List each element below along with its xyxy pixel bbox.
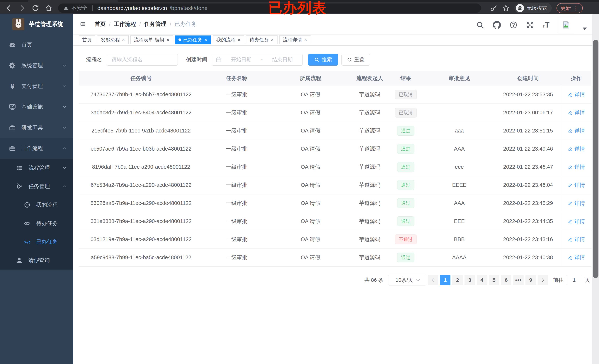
detail-link[interactable]: 详情 [568, 127, 585, 134]
tab[interactable]: 发起流程 × [97, 36, 129, 44]
page-button[interactable]: 9 [526, 275, 536, 285]
goto-label: 前往 [553, 277, 564, 284]
sidebar-item-devtools[interactable]: 研发工具 [0, 117, 73, 138]
sidebar-item-done-tasks[interactable]: 已办任务 [0, 233, 73, 251]
edit-icon [568, 237, 573, 242]
breadcrumb-item-current: 已办任务 [175, 20, 197, 28]
font-size-icon[interactable]: тT [543, 21, 549, 29]
breadcrumb-item[interactable]: 首页 [95, 20, 106, 28]
tab[interactable]: 已办任务 × [175, 36, 211, 44]
back-icon[interactable] [5, 4, 13, 12]
tab[interactable]: 流程详情 × [279, 36, 311, 44]
tab[interactable]: 流程表单-编辑 × [131, 36, 173, 44]
sidebar-item-process-mgmt[interactable]: 流程管理 [0, 159, 73, 177]
goto-page-input[interactable]: 1 [566, 275, 582, 285]
sidebar-item-leave-query[interactable]: 请假查询 [0, 251, 73, 270]
avatar[interactable] [558, 17, 574, 33]
detail-label: 详情 [575, 127, 585, 134]
comment-cell: EEEE [423, 182, 495, 188]
github-icon[interactable] [493, 21, 501, 29]
tab-close-icon[interactable]: × [166, 37, 170, 43]
column-header: 任务编号 [79, 75, 203, 82]
browser-menu-icon[interactable]: ⋮ [573, 5, 579, 11]
detail-link[interactable]: 详情 [568, 145, 585, 152]
sidebar-item-workflow[interactable]: 工作流程 [0, 138, 73, 159]
monitor-icon [9, 104, 16, 110]
browser-tab[interactable] [28, 0, 118, 2]
tab-close-icon[interactable]: × [271, 37, 274, 43]
sidebar-item-label: 请假查询 [28, 257, 50, 264]
detail-label: 详情 [575, 254, 585, 261]
prev-page-button[interactable] [428, 275, 438, 285]
bookmark-star-icon[interactable] [502, 4, 510, 12]
detail-link[interactable]: 详情 [568, 254, 585, 261]
table-row: 67c534a2-7b9a-11ec-a290-acde48001122 一级审… [79, 176, 591, 194]
reload-icon[interactable] [31, 4, 40, 12]
tab-close-icon[interactable]: × [204, 37, 208, 43]
update-button[interactable]: 更新 ⋮ [556, 3, 583, 13]
page-size-select[interactable]: 10条/页 [388, 275, 426, 285]
detail-link[interactable]: 详情 [568, 200, 585, 207]
select-caret-icon [416, 278, 420, 281]
caret-down-icon[interactable] [583, 27, 587, 30]
search-button[interactable]: 搜索 [308, 54, 338, 66]
detail-link[interactable]: 详情 [568, 182, 585, 189]
page-button[interactable]: 2 [452, 275, 463, 285]
sidebar: 芋道管理系统 首页 系统管理 ¥ 支付管理 [0, 14, 73, 364]
sidebar-item-my-process[interactable]: 我的流程 [0, 196, 73, 214]
detail-label: 详情 [575, 164, 585, 170]
sidebar-item-system[interactable]: 系统管理 [0, 55, 73, 76]
page-button[interactable]: 6 [501, 275, 511, 285]
result-badge: 通过 [397, 253, 414, 262]
logo-row[interactable]: 芋道管理系统 [0, 14, 73, 35]
tab-close-icon[interactable]: × [304, 37, 307, 43]
forward-icon[interactable] [18, 4, 26, 12]
starter-cell: 芋道源码 [351, 127, 388, 134]
tab-label: 首页 [82, 36, 92, 43]
scrollbar-thumb[interactable] [593, 40, 599, 278]
result-badge: 通过 [397, 126, 414, 136]
process-name-input[interactable]: 请输入流程名 [107, 54, 178, 66]
breadcrumb-item[interactable]: 任务管理 [144, 20, 167, 28]
page-button[interactable]: 5 [489, 275, 499, 285]
window-scrollbar[interactable] [592, 14, 599, 364]
fullscreen-icon[interactable] [526, 21, 534, 29]
detail-link[interactable]: 详情 [568, 91, 585, 98]
detail-label: 详情 [575, 145, 585, 152]
breadcrumb-item[interactable]: 工作流程 [114, 20, 136, 28]
pagination: 共 86 条 10条/页 123456•••9 前往 1 [79, 275, 592, 285]
detail-link[interactable]: 详情 [568, 109, 585, 116]
tab[interactable]: 我的流程 × [213, 36, 244, 44]
detail-link[interactable]: 详情 [568, 218, 585, 225]
sidebar-item-home[interactable]: 首页 [0, 35, 73, 55]
page-button[interactable]: 4 [477, 275, 487, 285]
page-button[interactable]: 3 [465, 275, 475, 285]
search-icon[interactable] [476, 21, 484, 29]
key-icon[interactable] [490, 4, 497, 12]
task-name-cell: 一级审批 [203, 200, 270, 207]
page-button[interactable]: 1 [440, 275, 450, 285]
total-count: 共 86 条 [364, 277, 383, 284]
tab[interactable]: 首页 × [79, 36, 95, 44]
date-range-input[interactable]: 开始日期 - 结束日期 [212, 54, 303, 66]
sidebar-item-infra[interactable]: 基础设施 [0, 97, 73, 117]
sidebar-toggle-icon[interactable] [79, 20, 87, 28]
next-page-button[interactable] [538, 275, 548, 285]
detail-label: 详情 [575, 109, 585, 116]
reset-button[interactable]: 重置 [342, 54, 370, 66]
tab-close-icon[interactable]: × [238, 37, 241, 43]
sidebar-item-pay[interactable]: ¥ 支付管理 [0, 76, 73, 97]
home-icon[interactable] [45, 4, 53, 12]
update-label: 更新 [561, 5, 571, 12]
help-icon[interactable] [509, 21, 518, 29]
tab-close-icon[interactable]: × [122, 37, 125, 43]
sidebar-item-todo-tasks[interactable]: 待办任务 [0, 214, 73, 233]
detail-link[interactable]: 详情 [568, 164, 585, 170]
sidebar-item-task-mgmt[interactable]: 任务管理 [0, 177, 73, 196]
tab-label: 流程详情 [283, 36, 302, 43]
page-ellipsis-button[interactable]: ••• [513, 275, 524, 285]
tab[interactable]: 待办任务 × [246, 36, 278, 44]
result-cell: 通过 [388, 162, 423, 172]
sidebar-item-label: 已办任务 [36, 238, 58, 246]
detail-link[interactable]: 详情 [568, 236, 585, 243]
